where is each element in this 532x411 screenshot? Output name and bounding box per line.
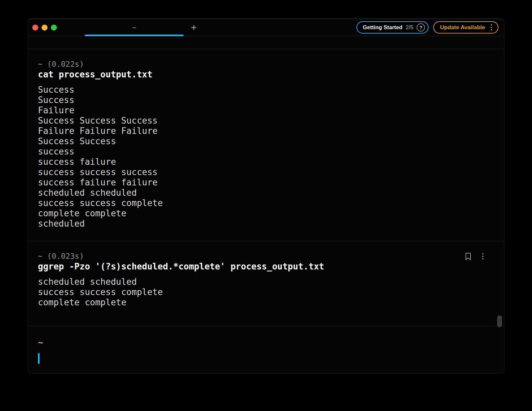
block-1-context: ~ (0.022s) [38,59,84,69]
block-1-directory: ~ [38,60,43,68]
prompt-directory: ~ [38,338,494,348]
block-1-command[interactable]: cat process_output.txt [38,69,494,80]
help-icon[interactable]: ? [417,23,425,32]
block-2-directory: ~ [38,252,43,260]
update-available-button[interactable]: Update Available [433,21,498,34]
traffic-lights [28,25,57,31]
block-2-actions [465,253,494,260]
terminal-window: ~ + Getting Started 2/5 ? Update Availab… [28,19,504,373]
block-1-duration: (0.022s) [47,60,84,68]
minimize-button[interactable] [42,25,48,31]
command-block-1: ~ (0.022s) cat process_output.txt Succes… [28,49,504,241]
text-cursor [38,353,40,364]
block-1-output: Success Success Failure Success Success … [38,85,494,229]
active-tab-indicator [85,35,184,36]
tab-home[interactable]: ~ [85,19,184,36]
tab-bar: ~ + Getting Started 2/5 ? Update Availab… [28,19,504,36]
block-2-header: ~ (0.023s) [38,251,494,261]
block-2-command[interactable]: ggrep -Pzo '(?s)scheduled.*complete' pro… [38,261,494,272]
scrollbar-thumb[interactable] [497,315,502,327]
update-menu-icon[interactable] [490,24,493,31]
bookmark-icon[interactable] [465,253,471,260]
chrome-gap [28,36,504,49]
block-2-output: scheduled scheduled success success comp… [38,277,494,308]
getting-started-label: Getting Started [363,24,402,31]
zoom-button[interactable] [51,25,57,31]
block-menu-icon[interactable] [481,253,484,260]
block-2-duration: (0.023s) [47,252,84,260]
new-tab-button[interactable]: + [188,23,200,33]
getting-started-button[interactable]: Getting Started 2/5 ? [356,21,429,34]
update-available-label: Update Available [440,24,485,31]
command-block-2: ~ (0.023s) ggrep -Pzo '(?s)scheduled.*co… [28,241,504,326]
prompt-block[interactable]: ~ [28,326,504,364]
getting-started-progress: 2/5 [406,24,413,31]
close-button[interactable] [32,25,38,31]
tab-title: ~ [132,24,136,32]
block-2-context: ~ (0.023s) [38,251,84,261]
block-1-header: ~ (0.022s) [38,59,494,69]
